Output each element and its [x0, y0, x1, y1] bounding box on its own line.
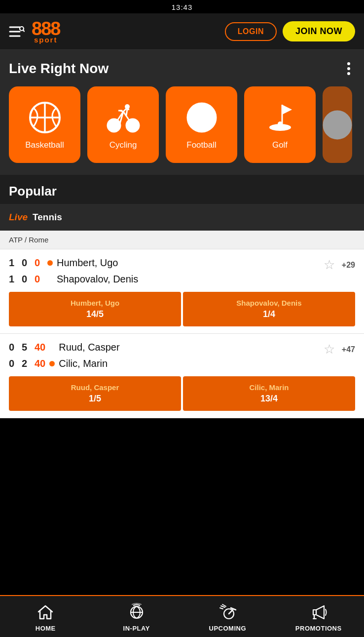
popular-title: Popular: [9, 184, 57, 199]
svg-point-19: [125, 104, 130, 109]
nav-promotions-label: PROMOTIONS: [295, 625, 342, 632]
status-bar: 13:43: [0, 0, 364, 13]
match-row-1: 1 0 0 Humbert, Ugo 1 0 0 Shapovalov, Den…: [0, 249, 364, 334]
player-row-2: 1 0 0 Shapovalov, Denis: [9, 274, 138, 285]
basketball-label: Basketball: [25, 140, 64, 150]
favorite-button-2[interactable]: ☆: [324, 342, 335, 357]
svg-line-35: [229, 610, 233, 614]
cycling-icon: [106, 100, 141, 135]
basketball-icon: [27, 100, 63, 135]
live-tennis-header: Live Tennis: [0, 204, 364, 231]
sport-item-football[interactable]: Football: [166, 86, 237, 163]
player-name-2: Shapovalov, Denis: [57, 274, 138, 285]
golf-icon: [262, 100, 298, 135]
match-meta-1: ☆ +29: [324, 257, 355, 273]
match-meta-2: ☆ +47: [324, 342, 355, 357]
bet-cilic-button[interactable]: Cilic, Marin 13/4: [183, 376, 355, 411]
player-name-3: Ruud, Casper: [59, 342, 119, 353]
serving-dot-2: [49, 361, 55, 366]
logo-sport: sport: [34, 36, 58, 43]
match-scores-row-1: 1 0 0 Humbert, Ugo 1 0 0 Shapovalov, Den…: [9, 257, 355, 285]
sport-item-handball[interactable]: [323, 86, 352, 163]
serving-dot-1: [47, 260, 53, 266]
svg-point-30: [278, 121, 283, 126]
golf-label: Golf: [272, 140, 288, 150]
player-name-1: Humbert, Ugo: [57, 257, 118, 269]
promotions-icon: [309, 603, 328, 622]
logo: 888 sport: [32, 19, 60, 43]
nav-promotions[interactable]: PROMOTIONS: [273, 596, 364, 637]
betting-buttons-1: Humbert, Ugo 14/5 Shapovalov, Denis 1/4: [9, 292, 355, 326]
header-right: LOGIN JOIN NOW: [225, 21, 355, 41]
inplay-icon: [127, 603, 146, 622]
svg-point-5: [347, 62, 350, 65]
svg-line-20: [126, 109, 127, 116]
live-header: Live Right Now: [9, 60, 355, 78]
home-icon: [36, 603, 55, 622]
sport-item-cycling[interactable]: Cycling: [87, 86, 159, 163]
player-name-4: Cilic, Marin: [59, 358, 108, 369]
more-markets-2[interactable]: +47: [342, 345, 355, 354]
sport-item-golf[interactable]: Golf: [244, 86, 316, 163]
match-scores-row-2: 0 5 40 Ruud, Casper 0 2 40 Cilic, Marin …: [9, 342, 355, 369]
more-options-button[interactable]: [342, 60, 355, 78]
upcoming-icon: [218, 603, 237, 622]
more-markets-1[interactable]: +29: [342, 261, 355, 270]
betting-buttons-2: Ruud, Casper 1/5 Cilic, Marin 13/4: [9, 376, 355, 411]
svg-marker-28: [282, 105, 292, 115]
player-row-4: 0 2 40 Cilic, Marin: [9, 358, 120, 369]
match-group-header-1: ATP / Rome: [0, 231, 364, 249]
match-players-2: 0 5 40 Ruud, Casper 0 2 40 Cilic, Marin: [9, 342, 120, 369]
sports-row: Basketball: [9, 86, 355, 163]
nav-home[interactable]: HOME: [0, 596, 91, 637]
nav-upcoming[interactable]: UPCOMING: [182, 596, 273, 637]
handball-icon: [323, 107, 352, 143]
bet-shapovalov-button[interactable]: Shapovalov, Denis 1/4: [183, 292, 355, 326]
football-icon: [184, 100, 219, 135]
bottom-nav: HOME IN-PLAY: [0, 595, 364, 637]
cycling-label: Cycling: [109, 140, 137, 150]
menu-button[interactable]: [9, 25, 25, 39]
nav-home-label: HOME: [36, 625, 56, 632]
nav-inplay-label: IN-PLAY: [123, 625, 150, 632]
favorite-button-1[interactable]: ☆: [324, 257, 335, 273]
login-button[interactable]: LOGIN: [225, 22, 277, 41]
svg-point-7: [347, 72, 350, 75]
bet-humbert-button[interactable]: Humbert, Ugo 14/5: [9, 292, 181, 326]
match-container: ATP / Rome 1 0 0 Humbert, Ugo 1 0 0: [0, 231, 364, 418]
live-title: Live Right Now: [9, 61, 109, 77]
live-tennis-live-badge: Live: [9, 212, 28, 223]
nav-upcoming-label: UPCOMING: [209, 625, 247, 632]
svg-line-4: [23, 30, 24, 32]
svg-line-39: [222, 604, 226, 606]
header: 888 sport LOGIN JOIN NOW: [0, 13, 364, 50]
svg-point-6: [347, 67, 350, 70]
svg-point-31: [324, 111, 351, 139]
football-label: Football: [186, 140, 216, 150]
status-time: 13:43: [172, 3, 193, 11]
sport-item-basketball[interactable]: Basketball: [9, 86, 80, 163]
player-row-1: 1 0 0 Humbert, Ugo: [9, 257, 138, 269]
bet-ruud-button[interactable]: Ruud, Casper 1/5: [9, 376, 181, 411]
svg-line-15: [123, 109, 126, 112]
match-row-2: 0 5 40 Ruud, Casper 0 2 40 Cilic, Marin …: [0, 334, 364, 418]
svg-line-37: [220, 608, 223, 609]
svg-line-38: [221, 606, 225, 607]
nav-inplay[interactable]: IN-PLAY: [91, 596, 182, 637]
live-section: Live Right Now Basketball: [0, 50, 364, 175]
popular-section: Popular: [0, 175, 364, 204]
header-left: 888 sport: [9, 19, 60, 43]
live-tennis-sport-label: Tennis: [33, 212, 62, 223]
player-row-3: 0 5 40 Ruud, Casper: [9, 342, 120, 353]
join-button[interactable]: JOIN NOW: [283, 21, 355, 41]
match-players-1: 1 0 0 Humbert, Ugo 1 0 0 Shapovalov, Den…: [9, 257, 138, 285]
